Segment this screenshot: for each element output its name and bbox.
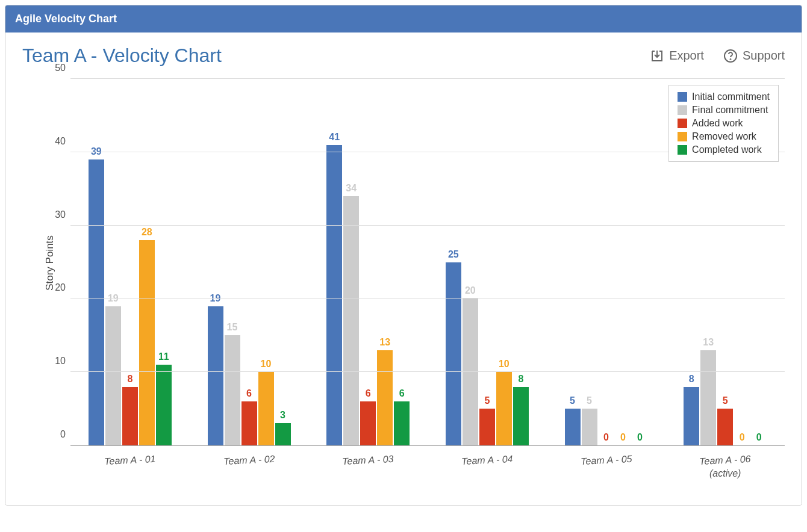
x-tick-label: Team A - 04 [428,452,547,469]
x-tick-label: Team A - 02 [189,452,308,469]
legend-item[interactable]: Completed work [678,143,770,156]
export-label: Export [669,49,704,63]
bar-value-label: 0 [603,432,609,443]
bar-value-label: 28 [142,227,152,238]
bar-value-label: 11 [158,351,169,362]
panel-body: Team A - Velocity Chart Export [5,32,802,505]
bar[interactable]: 13 [377,350,393,445]
bar-group: 41346136Team A - 03 [308,79,428,445]
export-button[interactable]: Export [650,49,704,63]
legend-label: Completed work [692,144,762,155]
legend-swatch [678,92,687,102]
bar-group: 391982811Team A - 01 [70,79,190,445]
bar-value-label: 6 [246,388,252,399]
y-tick: 0 [48,429,66,440]
gridline [70,78,785,79]
legend-item[interactable]: Removed work [678,130,770,143]
bar-value-label: 0 [740,432,745,443]
y-tick: 10 [48,356,66,367]
bar-group: 25205108Team A - 04 [428,79,547,445]
bar[interactable]: 6 [360,401,376,445]
bar[interactable]: 13 [700,350,716,445]
x-tick-label: Team A - 01 [70,452,190,469]
bar-value-label: 8 [127,374,132,385]
x-tick-label: Team A - 05 [546,452,665,469]
bar[interactable]: 10 [258,372,274,445]
bar[interactable]: 6 [394,401,410,445]
legend-item[interactable]: Initial commitment [678,90,770,104]
chart-area: Story Points Initial commitmentFinal com… [22,79,785,488]
legend-item[interactable]: Added work [678,117,770,130]
bar-value-label: 0 [637,432,643,443]
bar[interactable]: 28 [139,240,155,445]
bar[interactable]: 34 [343,196,359,445]
bar-value-label: 5 [484,395,490,406]
legend-label: Removed work [692,131,756,142]
svg-point-2 [730,59,731,60]
bar[interactable]: 5 [479,409,495,445]
bar[interactable]: 8 [513,387,529,445]
bar-value-label: 25 [448,249,459,260]
bar[interactable]: 19 [105,306,121,445]
bar-value-label: 0 [620,432,626,443]
bar[interactable]: 15 [225,335,240,445]
bar-group: 55000Team A - 05 [547,79,666,445]
bar[interactable]: 19 [208,306,223,445]
bar-value-label: 5 [587,395,592,406]
bar[interactable]: 3 [275,423,291,445]
bar-value-label: 13 [703,337,714,348]
legend-swatch [678,132,687,141]
bar[interactable]: 41 [326,145,342,445]
bar-value-label: 0 [756,432,762,443]
bar[interactable]: 5 [717,409,733,445]
bar-value-label: 13 [379,337,390,348]
bar-value-label: 3 [280,410,285,421]
bar-value-label: 15 [227,322,238,333]
bar[interactable]: 25 [446,262,461,446]
bar-value-label: 5 [723,395,728,406]
bar-value-label: 34 [346,183,357,194]
support-button[interactable]: Support [723,49,785,63]
legend-item[interactable]: Final commitment [678,104,770,117]
bar[interactable]: 8 [684,387,699,445]
bar-value-label: 6 [399,388,405,399]
bar[interactable]: 5 [582,409,597,445]
bar[interactable]: 6 [241,401,257,445]
x-tick-label: Team A - 06 [665,452,785,469]
bar[interactable]: 10 [496,372,512,445]
panel-header-title: Agile Velocity Chart [15,13,117,25]
bar-value-label: 8 [689,374,694,385]
legend-swatch [678,145,687,155]
velocity-chart-panel: Agile Velocity Chart Team A - Velocity C… [5,5,802,506]
bar-value-label: 10 [261,359,272,370]
legend-label: Final commitment [692,105,768,116]
bar[interactable]: 5 [565,409,581,445]
actions: Export Support [650,49,785,63]
y-tick: 40 [48,136,66,147]
legend-label: Initial commitment [692,91,770,102]
gridline [70,371,785,372]
y-tick: 20 [48,282,66,293]
title-row: Team A - Velocity Chart Export [22,45,785,67]
bar[interactable]: 11 [156,365,172,445]
help-icon [723,49,738,63]
legend-swatch [678,119,687,128]
bar[interactable]: 20 [463,298,478,445]
bar[interactable]: 8 [122,387,138,445]
legend-label: Added work [692,118,743,129]
x-tick-label: Team A - 03 [308,452,428,469]
gridline [70,298,785,298]
chart-legend: Initial commitmentFinal commitmentAdded … [668,85,779,162]
bar[interactable]: 39 [89,159,104,445]
chart-plot: Initial commitmentFinal commitmentAdded … [70,79,785,446]
bar-value-label: 6 [366,388,371,399]
legend-swatch [678,105,687,115]
x-tick-label-line2: (active) [665,468,785,479]
y-tick: 30 [48,209,66,220]
export-icon [650,49,664,63]
bar-value-label: 20 [465,285,476,296]
bar-value-label: 8 [518,374,523,385]
y-tick: 50 [48,63,66,73]
bar-value-label: 5 [570,395,575,406]
bar-group: 19156103Team A - 02 [190,79,309,445]
